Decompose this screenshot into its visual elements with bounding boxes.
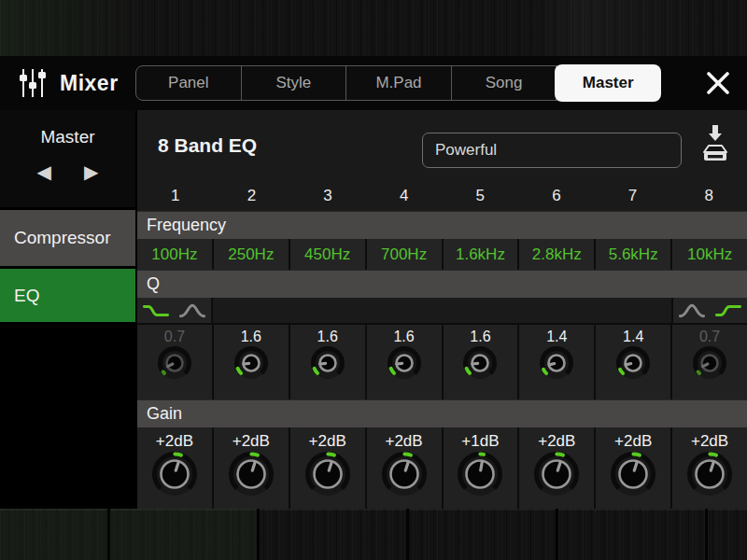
frequency-value[interactable]: 1.6kHz: [444, 239, 518, 270]
tab-master[interactable]: Master: [556, 65, 660, 101]
high-shelf-icon[interactable]: [714, 303, 742, 318]
gain-knob-band4[interactable]: +2dB: [367, 427, 442, 509]
bottom-bezel: [0, 509, 747, 560]
next-arrow-button[interactable]: ▶: [84, 162, 98, 181]
band-number: 6: [518, 181, 595, 211]
frequency-value[interactable]: 700Hz: [367, 239, 442, 270]
q-knob-band4[interactable]: 1.6: [367, 325, 442, 399]
q-knob-band6[interactable]: 1.4: [519, 325, 594, 399]
band-number: 2: [214, 181, 290, 211]
gain-knob-band5[interactable]: +1dB: [444, 427, 518, 509]
q-knob-band8[interactable]: 0.7: [672, 325, 747, 399]
q-knob-band2[interactable]: 1.6: [214, 325, 289, 399]
band8-filter-cell: [671, 298, 747, 323]
gain-knob-band7[interactable]: +2dB: [596, 427, 670, 509]
frequency-value[interactable]: 100Hz: [137, 239, 212, 270]
band1-filter-cell: [137, 298, 213, 323]
frequency-section-header: Frequency: [137, 211, 747, 239]
q-knob-row: 0.7 1.6 1.6 1.6: [137, 325, 747, 399]
low-shelf-icon[interactable]: [142, 303, 170, 318]
tab-bar: Panel Style M.Pad Song Master: [135, 65, 660, 101]
prev-arrow-button[interactable]: ◀: [37, 162, 51, 181]
sidebar: Master ◀ ▶ Compressor EQ: [0, 110, 135, 509]
sidebar-item-compressor[interactable]: Compressor: [0, 210, 135, 266]
tab-panel[interactable]: Panel: [136, 66, 242, 100]
gain-knob-row: +2dB +2dB +2dB +2dB: [137, 427, 747, 509]
gain-knob-band2[interactable]: +2dB: [214, 427, 289, 509]
band-number-row: 1 2 3 4 5 6 7 8: [137, 181, 747, 211]
frequency-value[interactable]: 2.8kHz: [519, 239, 594, 270]
q-knob-band7[interactable]: 1.4: [596, 325, 670, 399]
q-knob-band1[interactable]: 0.7: [137, 325, 212, 399]
q-section-header: Q: [137, 270, 747, 298]
preset-value: Powerful: [423, 141, 497, 160]
master-selector-label: Master: [0, 110, 135, 147]
frequency-value[interactable]: 5.6kHz: [596, 239, 670, 270]
filter-type-row: [137, 298, 747, 325]
save-icon[interactable]: [697, 123, 734, 168]
peak-icon[interactable]: [178, 303, 206, 318]
sidebar-item-eq[interactable]: EQ: [0, 269, 135, 322]
page-title: Mixer: [60, 71, 119, 96]
tab-song[interactable]: Song: [452, 66, 557, 100]
title-bar: Mixer Panel Style M.Pad Song Master: [0, 56, 747, 110]
gain-knob-band8[interactable]: +2dB: [672, 427, 747, 509]
frequency-value[interactable]: 450Hz: [290, 239, 365, 270]
gain-knob-band6[interactable]: +2dB: [519, 427, 594, 509]
q-knob-band5[interactable]: 1.6: [444, 325, 518, 399]
gain-knob-band1[interactable]: +2dB: [137, 427, 212, 509]
band-number: 8: [670, 181, 747, 211]
band-number: 4: [366, 181, 443, 211]
eq-panel-header: 8 Band EQ Powerful: [137, 110, 747, 181]
q-knob-band3[interactable]: 1.6: [290, 325, 365, 399]
tab-style[interactable]: Style: [242, 66, 347, 100]
preset-selector[interactable]: Powerful: [422, 133, 682, 168]
close-icon[interactable]: [704, 69, 732, 97]
mixer-icon: [17, 66, 49, 100]
frequency-row: 100Hz 250Hz 450Hz 700Hz 1.6kHz 2.8kHz 5.…: [137, 239, 747, 270]
band-number: 1: [137, 181, 214, 211]
master-selector: Master ◀ ▶: [0, 110, 135, 207]
eq-title: 8 Band EQ: [158, 134, 257, 157]
top-bezel: [0, 0, 747, 56]
band-number: 5: [443, 181, 519, 211]
frequency-value[interactable]: 250Hz: [214, 239, 289, 270]
tab-mpad[interactable]: M.Pad: [346, 66, 452, 100]
gain-section-header: Gain: [137, 399, 747, 427]
frequency-value[interactable]: 10kHz: [672, 239, 747, 270]
gain-knob-band3[interactable]: +2dB: [290, 427, 365, 509]
band-number: 3: [289, 181, 366, 211]
peak-icon[interactable]: [678, 303, 706, 318]
eq-panel: 8 Band EQ Powerful 1 2 3 4 5 6 7 8 Frequ…: [137, 110, 747, 509]
band-number: 7: [595, 181, 671, 211]
